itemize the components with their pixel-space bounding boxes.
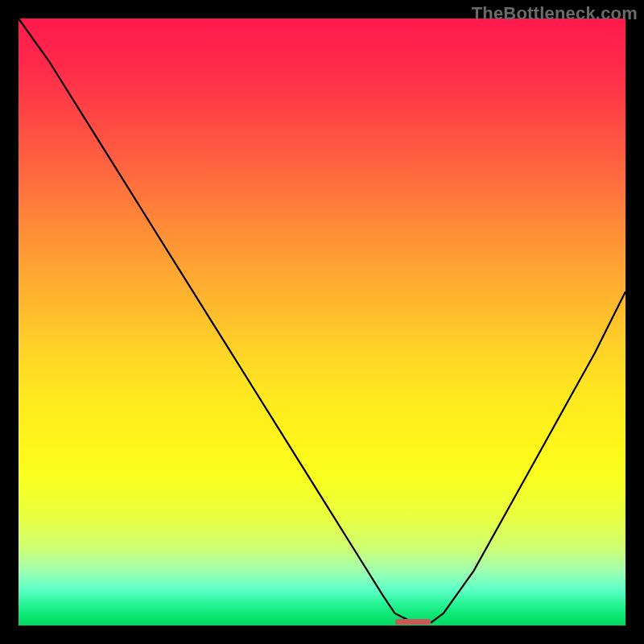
- plot-area: [19, 19, 625, 625]
- bottleneck-curve: [19, 19, 625, 622]
- watermark-text: TheBottleneck.com: [472, 3, 638, 24]
- curve-layer: [19, 19, 625, 622]
- chart-svg: [19, 19, 625, 625]
